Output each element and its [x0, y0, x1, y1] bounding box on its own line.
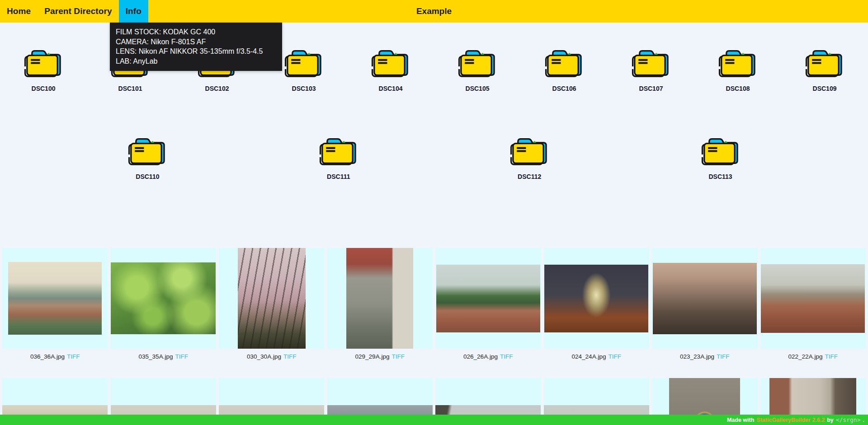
photo-cell [544, 248, 650, 349]
photo-thumbnail[interactable] [653, 263, 757, 334]
info-tooltip: FILM STOCK: KODAK GC 400CAMERA: Nikon F-… [110, 23, 282, 71]
folder-item-dsc107[interactable]: DSC107 [608, 47, 694, 92]
nav-item-home[interactable]: Home [0, 0, 38, 23]
folder-icon [805, 47, 844, 79]
photo-caption: 022_22A.jpgTIFF [760, 349, 866, 364]
photo-thumbnail[interactable] [544, 265, 648, 332]
tiff-link[interactable]: TIFF [608, 353, 621, 360]
tiff-link[interactable]: TIFF [392, 353, 405, 360]
photo-item: 022_22A.jpgTIFF [760, 248, 866, 364]
folder-item-dsc105[interactable]: DSC105 [434, 47, 521, 92]
tiff-link[interactable]: TIFF [717, 353, 730, 360]
photo-thumbnail[interactable] [238, 248, 306, 349]
folder-label: DSC110 [136, 173, 159, 180]
footer-dot: . [863, 417, 864, 423]
folder-icon [544, 47, 584, 79]
folder-icon [319, 135, 359, 167]
photo-caption: 035_35A.jpgTIFF [111, 349, 217, 364]
tiff-link[interactable]: TIFF [283, 353, 297, 360]
folder-label: DSC108 [726, 85, 750, 92]
folder-icon [127, 135, 167, 167]
photo-caption: 036_36A.jpgTIFF [2, 349, 108, 364]
photo-filename: 029_29A.jpg [355, 353, 390, 360]
tiff-link[interactable]: TIFF [175, 353, 188, 360]
photo-cell [111, 248, 217, 349]
folder-item-dsc112[interactable]: DSC112 [486, 135, 573, 180]
info-tooltip-line: FILM STOCK: KODAK GC 400 [116, 27, 276, 37]
photo-filename: 030_30A.jpg [247, 353, 281, 360]
folder-label: DSC106 [552, 85, 576, 92]
folder-grid: DSC100 DSC101 DSC102 DSC103 DSC104 [0, 47, 868, 224]
photo-cell [652, 248, 758, 349]
photo-thumbnail[interactable] [8, 262, 102, 335]
photo-caption: 029_29A.jpgTIFF [327, 349, 433, 364]
photo-filename: 022_22A.jpg [788, 353, 823, 360]
nav-item-info[interactable]: Info [119, 0, 148, 23]
photo-caption: 024_24A.jpgTIFF [544, 349, 650, 364]
folder-item-dsc100[interactable]: DSC100 [0, 47, 87, 92]
info-tooltip-line: LENS: Nikon AF NIKKOR 35-135mm f/3.5-4.5 [116, 47, 276, 56]
folder-item-dsc109[interactable]: DSC109 [781, 47, 868, 92]
photo-filename: 036_36A.jpg [30, 353, 65, 360]
photo-caption: 026_26A.jpgTIFF [435, 349, 541, 364]
folder-label: DSC109 [813, 85, 837, 92]
photo-thumbnail[interactable] [346, 248, 413, 349]
nav-item-parent-directory[interactable]: Parent Directory [38, 0, 118, 23]
photo-item: 023_23A.jpgTIFF [652, 248, 758, 364]
photo-grid-row1: 036_36A.jpgTIFF035_35A.jpgTIFF030_30A.jp… [0, 248, 868, 364]
photo-thumbnail[interactable] [111, 262, 216, 334]
author-link[interactable]: </srgn> [836, 416, 861, 423]
folder-item-dsc110[interactable]: DSC110 [104, 135, 191, 180]
folder-label: DSC100 [32, 85, 56, 92]
photo-cell [219, 248, 325, 349]
footer-bar: Made with StaticGalleryBuilder 2.6.2 by … [0, 415, 868, 425]
folder-item-dsc106[interactable]: DSC106 [521, 47, 608, 92]
folder-item-dsc113[interactable]: DSC113 [677, 135, 764, 180]
photo-item: 024_24A.jpgTIFF [544, 248, 650, 364]
folder-label: DSC107 [639, 85, 663, 92]
footer-by: by [827, 417, 834, 423]
folder-label: DSC101 [118, 85, 142, 92]
folder-label: DSC113 [708, 173, 732, 180]
folder-icon [24, 47, 63, 79]
folder-icon [631, 47, 671, 79]
folder-item-dsc108[interactable]: DSC108 [694, 47, 781, 92]
folder-label: DSC112 [518, 173, 541, 180]
photo-cell [327, 248, 433, 349]
photo-thumbnail[interactable] [761, 264, 865, 333]
info-tooltip-line: LAB: AnyLab [116, 56, 276, 66]
photo-filename: 023_23A.jpg [680, 353, 714, 360]
tiff-link[interactable]: TIFF [67, 353, 80, 360]
info-tooltip-line: CAMERA: Nikon F-801S AF [116, 37, 276, 47]
photo-item: 035_35A.jpgTIFF [111, 248, 217, 364]
folder-icon [371, 47, 410, 79]
photo-item: 030_30A.jpgTIFF [219, 248, 325, 364]
photo-item: 036_36A.jpgTIFF [2, 248, 108, 364]
folder-label: DSC105 [466, 85, 490, 92]
photo-thumbnail[interactable] [436, 265, 540, 332]
folder-label: DSC102 [205, 85, 229, 92]
photo-cell [2, 248, 108, 349]
footer-made-with: Made with [727, 417, 754, 423]
top-nav: HomeParent DirectoryInfo Example [0, 0, 868, 23]
photo-filename: 026_26A.jpg [463, 353, 498, 360]
folder-icon [458, 47, 497, 79]
photo-filename: 035_35A.jpg [139, 353, 173, 360]
folder-item-dsc111[interactable]: DSC111 [295, 135, 382, 180]
folder-item-dsc104[interactable]: DSC104 [347, 47, 434, 92]
folder-label: DSC103 [292, 85, 316, 92]
photo-item: 029_29A.jpgTIFF [327, 248, 433, 364]
folder-icon [718, 47, 758, 79]
builder-link[interactable]: StaticGalleryBuilder 2.6.2 [756, 417, 825, 423]
photo-item: 026_26A.jpgTIFF [435, 248, 541, 364]
photo-caption: 030_30A.jpgTIFF [219, 349, 325, 364]
folder-icon [284, 47, 324, 79]
photo-cell [760, 248, 866, 349]
folder-label: DSC111 [327, 173, 350, 180]
photo-cell [435, 248, 541, 349]
tiff-link[interactable]: TIFF [825, 353, 838, 360]
folder-icon [701, 135, 741, 167]
photo-caption: 023_23A.jpgTIFF [652, 349, 758, 364]
folder-label: DSC104 [379, 85, 403, 92]
tiff-link[interactable]: TIFF [500, 353, 513, 360]
